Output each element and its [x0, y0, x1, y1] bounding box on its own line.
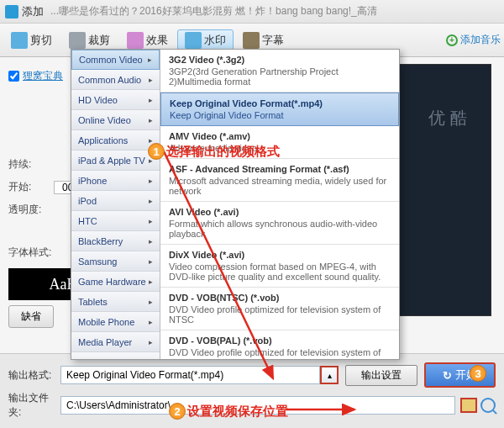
scissors-icon	[11, 32, 28, 49]
fontstyle-label: 字体样式:	[8, 246, 62, 260]
outfmt-dropdown-button[interactable]	[320, 366, 339, 384]
start-label: 开始:	[8, 180, 54, 194]
category-item[interactable]: iPad & Apple TV▸	[71, 151, 160, 171]
folder-icon[interactable]	[460, 398, 477, 413]
search-icon[interactable]	[480, 398, 496, 413]
tool-effect[interactable]: 效果	[119, 29, 176, 51]
baodian-checkbox[interactable]	[8, 71, 19, 82]
default-button[interactable]: 缺省	[8, 305, 54, 328]
crop-icon	[69, 32, 86, 49]
category-item[interactable]: iPod▸	[71, 191, 160, 211]
category-item[interactable]: HD Video▸	[71, 90, 160, 110]
format-item[interactable]: DVD - VOB(NTSC) (*.vob)DVD Video profile…	[160, 288, 399, 330]
format-item[interactable]: AMV Video (*.amv)Advance media video	[160, 126, 399, 159]
plus-icon: +	[446, 34, 458, 46]
titlebar-add: 添加	[22, 4, 44, 19]
watermark-icon	[185, 32, 202, 49]
app-icon	[5, 5, 18, 18]
category-item[interactable]: Applications▸	[71, 130, 160, 151]
start-button[interactable]: 开始	[424, 362, 496, 388]
format-item[interactable]: ASF - Advanced Streaming Format (*.asf)M…	[160, 159, 399, 202]
tool-subtitle[interactable]: 字幕	[235, 29, 291, 51]
category-item[interactable]: iPhone▸	[71, 171, 160, 191]
outdir-input[interactable]	[60, 396, 455, 415]
category-item[interactable]: Common Video▸	[71, 50, 160, 70]
category-item[interactable]: Samsung▸	[71, 251, 160, 272]
format-item[interactable]: DVD - VOB(PAL) (*.vob)DVD Video profile …	[160, 330, 399, 359]
outfmt-input[interactable]	[60, 366, 320, 384]
output-settings-button[interactable]: 输出设置	[345, 365, 417, 386]
duration-label: 持续:	[8, 157, 54, 172]
titlebar-subtitle: ...哪些是你看过的？2016好莱坞电影混剪 燃！炸！bang bang ban…	[50, 4, 377, 18]
outfmt-label: 输出格式:	[8, 368, 60, 383]
category-item[interactable]: User Defined▸	[71, 352, 160, 359]
category-item[interactable]: Common Audio▸	[71, 70, 160, 90]
effect-icon	[127, 32, 144, 49]
format-item[interactable]: AVI Video (*.avi)Format which allows syn…	[160, 202, 399, 245]
category-item[interactable]: Tablets▸	[71, 292, 160, 312]
format-item[interactable]: DivX Video (*.avi)Video compression form…	[160, 245, 399, 288]
format-item[interactable]: 3G2 Video (*.3g2)3GP2(3rd Generation Par…	[160, 50, 399, 92]
tool-cut[interactable]: 剪切	[3, 29, 60, 51]
category-item[interactable]: Game Hardware▸	[71, 272, 160, 292]
tool-watermark[interactable]: 水印	[177, 29, 234, 51]
tool-crop[interactable]: 裁剪	[61, 29, 118, 51]
category-item[interactable]: Media Player▸	[71, 332, 160, 352]
format-item[interactable]: Keep Original Video Format(*.mp4)Keep Or…	[160, 92, 399, 126]
opacity-label: 透明度:	[8, 203, 54, 217]
youku-logo: 优酷	[428, 107, 472, 129]
format-dropdown: Common Video▸Common Audio▸HD Video▸Onlin…	[71, 49, 400, 360]
baodian-link[interactable]: 狸窝宝典	[23, 69, 63, 83]
category-item[interactable]: Mobile Phone▸	[71, 312, 160, 332]
outdir-label: 输出文件夹:	[8, 391, 60, 420]
category-item[interactable]: BlackBerry▸	[71, 231, 160, 251]
add-music-link[interactable]: +添加音乐	[446, 33, 501, 47]
category-item[interactable]: HTC▸	[71, 211, 160, 231]
subtitle-icon	[243, 32, 260, 49]
category-item[interactable]: Online Video▸	[71, 110, 160, 130]
